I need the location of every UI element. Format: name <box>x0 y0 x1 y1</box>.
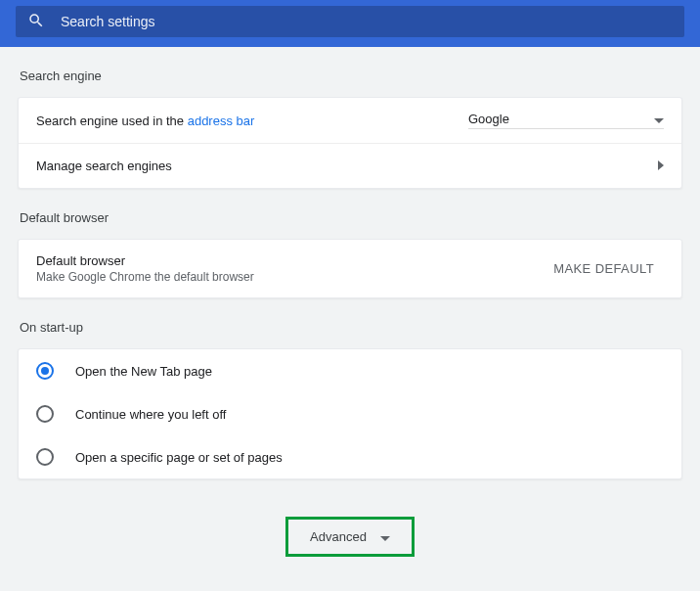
startup-option-continue[interactable]: Continue where you left off <box>19 392 681 435</box>
startup-option-specific-pages[interactable]: Open a specific page or set of pages <box>19 435 681 478</box>
caret-down-icon <box>654 112 664 126</box>
section-title-startup: On start-up <box>18 298 682 348</box>
radio-label: Open a specific page or set of pages <box>75 450 283 465</box>
advanced-section: Advanced <box>18 517 682 557</box>
radio-icon <box>36 405 54 423</box>
default-browser-row-title: Default browser <box>36 253 254 268</box>
selected-engine-text: Google <box>468 112 509 126</box>
search-engine-card: Search engine used in the address bar Go… <box>18 97 682 189</box>
radio-icon <box>36 362 54 380</box>
advanced-label: Advanced <box>310 529 367 544</box>
make-default-button[interactable]: Make default <box>544 255 664 282</box>
search-settings-box[interactable] <box>16 6 684 37</box>
header-bar <box>0 0 700 47</box>
radio-label: Continue where you left off <box>75 407 226 422</box>
search-engine-select[interactable]: Google <box>468 112 664 129</box>
default-browser-row-sub: Make Google Chrome the default browser <box>36 270 254 284</box>
search-icon <box>27 12 45 32</box>
row-text: Search engine used in the <box>36 114 188 128</box>
highlight-annotation: Advanced <box>285 517 415 557</box>
search-input[interactable] <box>61 14 673 29</box>
caret-down-icon <box>367 529 390 544</box>
settings-content: Search engine Search engine used in the … <box>0 47 700 576</box>
manage-search-engines-label: Manage search engines <box>36 159 172 173</box>
startup-card: Open the New Tab page Continue where you… <box>18 348 682 479</box>
radio-label: Open the New Tab page <box>75 364 212 379</box>
section-title-default-browser: Default browser <box>18 189 682 239</box>
section-title-search-engine: Search engine <box>18 47 682 97</box>
chevron-right-icon <box>658 159 664 173</box>
address-bar-link[interactable]: address bar <box>188 114 255 128</box>
manage-search-engines-row[interactable]: Manage search engines <box>19 143 681 188</box>
startup-option-new-tab[interactable]: Open the New Tab page <box>19 349 681 392</box>
radio-icon <box>36 448 54 466</box>
advanced-toggle[interactable]: Advanced <box>288 520 412 554</box>
search-engine-row: Search engine used in the address bar Go… <box>19 98 681 143</box>
default-browser-row: Default browser Make Google Chrome the d… <box>19 240 681 297</box>
default-browser-card: Default browser Make Google Chrome the d… <box>18 239 682 298</box>
search-engine-label: Search engine used in the address bar <box>36 114 254 128</box>
